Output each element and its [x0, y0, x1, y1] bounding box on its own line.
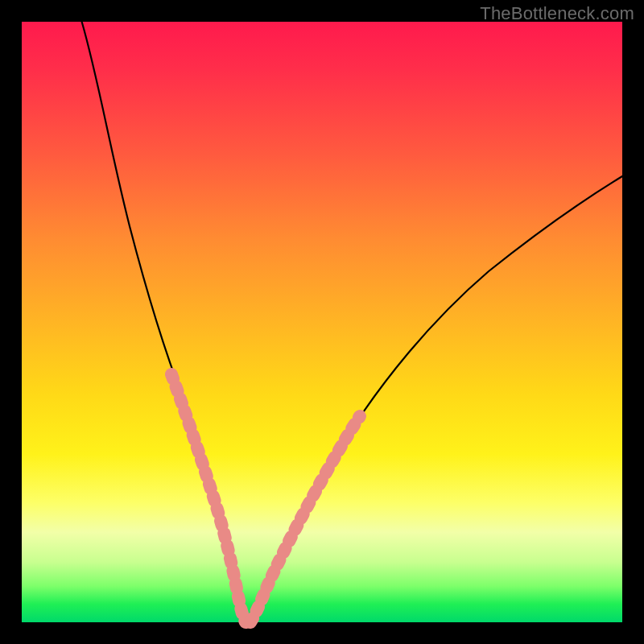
curve-layer	[22, 22, 622, 622]
watermark-text: TheBottleneck.com	[480, 3, 634, 24]
chart-frame: TheBottleneck.com	[0, 0, 644, 644]
bead-overlay-left	[171, 374, 246, 622]
plot-area	[22, 22, 622, 622]
bottleneck-curve	[82, 22, 622, 622]
bead-overlay-right	[250, 416, 360, 622]
